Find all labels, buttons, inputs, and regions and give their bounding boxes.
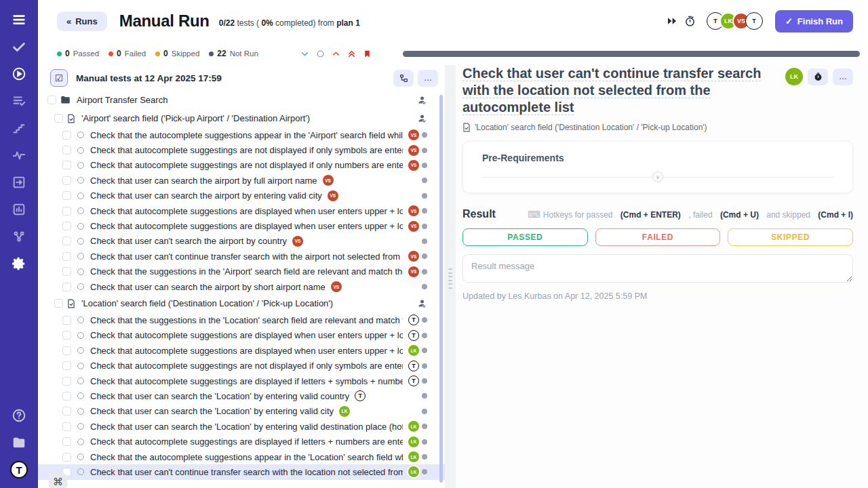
not-run-status-icon[interactable] — [77, 468, 84, 475]
assign-user-icon[interactable] — [417, 113, 427, 123]
participant-avatar[interactable]: T — [745, 12, 763, 30]
failed-button[interactable]: FAILED — [595, 228, 721, 246]
skipped-button[interactable]: SKIPPED — [728, 228, 853, 246]
bulk-select-checkbox-button[interactable]: ☑ — [50, 69, 68, 87]
not-run-status-icon[interactable] — [77, 238, 84, 245]
tree-row[interactable]: Check that autocomplete suggestings are … — [38, 373, 445, 388]
row-checkbox[interactable] — [62, 407, 71, 415]
tree-row[interactable]: Check that user can't continue transfer … — [38, 249, 445, 264]
tree-row[interactable]: Check that autocomplete suggestings are … — [38, 142, 445, 157]
group-by-tree-button[interactable] — [393, 70, 414, 87]
row-checkbox[interactable] — [62, 237, 71, 245]
passed-button[interactable]: PASSED — [462, 228, 588, 246]
activity-icon[interactable] — [10, 146, 28, 164]
row-checkbox[interactable] — [62, 437, 71, 446]
tree-row[interactable]: 'Location' search field ('Destination Lo… — [38, 294, 445, 312]
row-checkbox[interactable] — [62, 252, 71, 261]
tree-scrollbar[interactable] — [439, 95, 443, 483]
row-checkbox[interactable] — [62, 316, 71, 325]
back-to-runs-button[interactable]: « Runs — [57, 12, 107, 31]
tree-row[interactable]: Check that autocomplete suggestings are … — [38, 358, 445, 373]
test-cases-check-icon[interactable] — [10, 38, 28, 56]
tree-row[interactable]: Check that autocomplete suggestings are … — [38, 158, 445, 173]
severity-major-chevron-up-icon[interactable] — [332, 49, 340, 58]
not-run-status-icon[interactable] — [77, 147, 84, 154]
severity-minor-chevron-down-icon[interactable] — [300, 49, 309, 58]
panel-resize-handle[interactable] — [448, 268, 452, 289]
not-run-status-icon[interactable] — [77, 177, 84, 184]
finish-run-button[interactable]: ✓ Finish Run — [775, 10, 853, 33]
test-more-button[interactable]: … — [833, 68, 853, 85]
severity-critical-double-chevron-icon[interactable] — [347, 49, 356, 58]
plan-link[interactable]: plan 1 — [336, 18, 360, 28]
row-checkbox[interactable] — [54, 299, 63, 308]
row-checkbox[interactable] — [47, 96, 56, 104]
row-checkbox[interactable] — [62, 267, 71, 276]
fast-forward-icon[interactable] — [667, 16, 677, 26]
severity-blocker-bookmark-icon[interactable] — [363, 49, 372, 58]
row-checkbox[interactable] — [54, 114, 63, 123]
not-run-status-icon[interactable] — [77, 268, 84, 275]
row-checkbox[interactable] — [62, 222, 71, 230]
tree-row[interactable]: Check that user can search the 'Location… — [38, 404, 445, 419]
test-title[interactable]: Check that user can't continue transfer … — [462, 65, 776, 116]
not-run-status-icon[interactable] — [77, 363, 84, 369]
not-run-status-icon[interactable] — [77, 378, 84, 384]
row-checkbox[interactable] — [62, 191, 71, 200]
severity-normal-circle-icon[interactable] — [316, 49, 325, 58]
row-checkbox[interactable] — [62, 146, 71, 155]
tree-row[interactable]: Check that user can search the airport b… — [38, 173, 445, 188]
not-run-status-icon[interactable] — [77, 392, 84, 399]
shared-steps-icon[interactable] — [10, 119, 28, 137]
tree-row[interactable]: Check that user can't search the airport… — [38, 234, 445, 249]
projects-folder-icon[interactable] — [10, 434, 28, 451]
tree-row[interactable]: Check that autocomplete suggestions are … — [38, 218, 445, 233]
row-checkbox[interactable] — [62, 161, 71, 169]
reports-icon[interactable] — [10, 201, 28, 218]
assignee-avatar[interactable]: LK — [785, 68, 803, 85]
not-run-status-icon[interactable] — [77, 223, 84, 230]
row-checkbox[interactable] — [62, 377, 71, 386]
test-timer-button[interactable] — [808, 68, 828, 85]
not-run-status-icon[interactable] — [77, 317, 84, 323]
tree-row[interactable]: Check that the autocomplete suggestions … — [38, 449, 445, 464]
assign-user-icon[interactable] — [417, 298, 427, 308]
command-key-hint[interactable]: ⌘ — [49, 473, 67, 488]
tree-row[interactable]: Check that user can search the airport b… — [38, 188, 445, 203]
tree-row[interactable]: Check that the suggestions in the 'Locat… — [38, 312, 445, 327]
run-participants-avatars[interactable]: TLKVST — [707, 12, 763, 30]
not-run-status-icon[interactable] — [77, 408, 84, 415]
not-run-status-icon[interactable] — [77, 439, 84, 445]
tree-row[interactable]: Check that user can search the airport b… — [38, 279, 445, 294]
milestones-icon[interactable] — [10, 228, 28, 245]
tree-row[interactable]: Check that user can search the 'Location… — [38, 388, 445, 403]
tree-row[interactable]: Check that user can search the 'Location… — [38, 419, 445, 434]
not-run-status-icon[interactable] — [77, 453, 84, 460]
row-checkbox[interactable] — [62, 392, 71, 401]
menu-icon[interactable] — [10, 11, 28, 28]
result-message-input[interactable] — [462, 254, 853, 283]
tree-row[interactable]: Check that autocomplete suggestions are … — [38, 328, 445, 343]
help-icon[interactable] — [10, 407, 28, 424]
not-run-status-icon[interactable] — [77, 347, 84, 354]
row-checkbox[interactable] — [62, 346, 71, 355]
tree-row[interactable]: Check that autocomplete suggestions are … — [38, 203, 445, 218]
not-run-status-icon[interactable] — [77, 162, 84, 169]
row-checkbox[interactable] — [62, 331, 71, 340]
tree-row[interactable]: 'Airport' search field ('Pick-up Airport… — [38, 109, 445, 127]
project-logo-avatar[interactable]: T — [10, 461, 28, 479]
tree-row[interactable]: Check that autocomplete suggestions are … — [38, 343, 445, 358]
tree-row[interactable]: Check that the suggestions in the 'Airpo… — [38, 264, 445, 279]
tree-more-button[interactable]: … — [418, 70, 438, 87]
test-runs-play-icon[interactable] — [10, 65, 28, 83]
settings-gear-icon[interactable] — [10, 255, 28, 272]
tree-row[interactable]: Airport Transfer Search — [38, 91, 445, 109]
not-run-status-icon[interactable] — [77, 253, 84, 260]
assign-user-icon[interactable] — [417, 95, 427, 105]
not-run-status-icon[interactable] — [77, 131, 84, 138]
not-run-status-icon[interactable] — [77, 283, 84, 290]
tree-row[interactable]: Check that autocomplete suggestings are … — [38, 434, 445, 449]
tree-row[interactable]: Check that the autocomplete suggestions … — [38, 127, 445, 142]
not-run-status-icon[interactable] — [77, 423, 84, 430]
tree-row[interactable]: Check that user can't continue transfer … — [38, 464, 445, 479]
